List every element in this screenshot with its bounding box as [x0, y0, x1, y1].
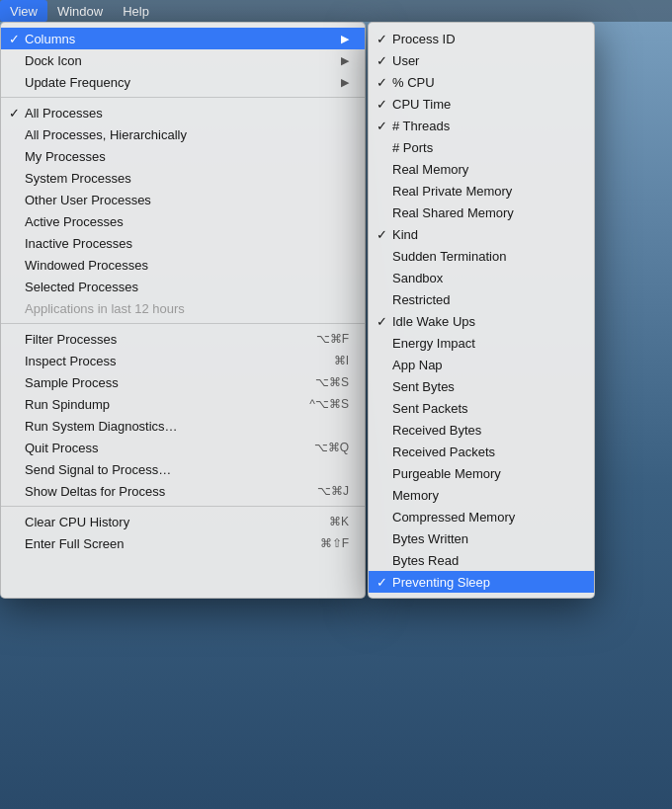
submenu-item-memory[interactable]: Memory: [369, 484, 594, 506]
menu-item-system-processes[interactable]: System Processes: [1, 167, 365, 189]
label-inactive: Inactive Processes: [25, 236, 349, 251]
menu-item-quit-process[interactable]: Quit Process ⌥⌘Q: [1, 437, 365, 458]
submenu-columns: ✓ Process ID ✓ User ✓ % CPU ✓ CPU Time ✓…: [368, 22, 595, 599]
separator-2: [1, 323, 365, 324]
shortcut-show-deltas: ⌥⌘J: [297, 484, 349, 498]
check-user: ✓: [377, 53, 392, 68]
submenu-item-cpu-time[interactable]: ✓ CPU Time: [369, 93, 594, 115]
submenu-item-energy-impact[interactable]: Energy Impact: [369, 332, 594, 354]
menubar-help[interactable]: Help: [113, 0, 159, 22]
menubar-window[interactable]: Window: [47, 0, 113, 22]
label-memory: Memory: [392, 488, 578, 503]
label-inspect: Inspect Process: [25, 354, 314, 368]
submenu-item-app-nap[interactable]: App Nap: [369, 354, 594, 375]
submenu-item-compressed-memory[interactable]: Compressed Memory: [369, 506, 594, 527]
menu-item-active[interactable]: Active Processes: [1, 210, 365, 232]
menu-item-all-processes-hier[interactable]: All Processes, Hierarchically: [1, 123, 365, 145]
submenu-item-received-packets[interactable]: Received Packets: [369, 441, 594, 462]
label-send-signal: Send Signal to Process…: [25, 462, 349, 477]
shortcut-fullscreen: ⌘⇧F: [300, 536, 349, 550]
submenu-item-pct-cpu[interactable]: ✓ % CPU: [369, 71, 594, 93]
label-columns: Columns: [25, 32, 341, 46]
label-sample: Sample Process: [25, 375, 295, 390]
label-show-deltas: Show Deltas for Process: [25, 484, 297, 499]
menu-item-other-user[interactable]: Other User Processes: [1, 189, 365, 210]
menubar-view[interactable]: View: [0, 0, 47, 22]
check-kind: ✓: [377, 227, 392, 242]
label-ports: # Ports: [392, 140, 578, 155]
submenu-item-idle-wake-ups[interactable]: ✓ Idle Wake Ups: [369, 310, 594, 332]
menu-item-selected[interactable]: Selected Processes: [1, 276, 365, 297]
label-sent-packets: Sent Packets: [392, 401, 578, 416]
menu-item-all-processes[interactable]: ✓ All Processes: [1, 102, 365, 123]
menu-item-inspect[interactable]: Inspect Process ⌘I: [1, 350, 365, 371]
submenu-item-sent-bytes[interactable]: Sent Bytes: [369, 375, 594, 397]
label-windowed: Windowed Processes: [25, 258, 349, 273]
submenu-item-received-bytes[interactable]: Received Bytes: [369, 419, 594, 441]
menu-item-clear-cpu[interactable]: Clear CPU History ⌘K: [1, 511, 365, 532]
shortcut-filter: ⌥⌘F: [296, 332, 349, 346]
menubar: View Window Help: [0, 0, 672, 22]
menu-item-columns[interactable]: ✓ Columns ▶: [1, 28, 365, 49]
separator-1: [1, 97, 365, 98]
menu-item-sample[interactable]: Sample Process ⌥⌘S: [1, 371, 365, 393]
menu-item-send-signal[interactable]: Send Signal to Process…: [1, 458, 365, 480]
menu-item-update-frequency[interactable]: Update Frequency ▶: [1, 71, 365, 93]
submenu-item-real-memory[interactable]: Real Memory: [369, 158, 594, 180]
menu-item-fullscreen[interactable]: Enter Full Screen ⌘⇧F: [1, 532, 365, 554]
menu-item-sys-diag[interactable]: Run System Diagnostics…: [1, 415, 365, 437]
label-sys-diag: Run System Diagnostics…: [25, 419, 349, 434]
submenu-item-real-private-memory[interactable]: Real Private Memory: [369, 180, 594, 202]
submenu-item-bytes-written[interactable]: Bytes Written: [369, 527, 594, 549]
submenu-item-ports[interactable]: # Ports: [369, 136, 594, 158]
help-label: Help: [123, 4, 149, 19]
check-all-processes: ✓: [9, 106, 25, 121]
menu-item-my-processes[interactable]: My Processes: [1, 145, 365, 167]
submenu-item-user[interactable]: ✓ User: [369, 49, 594, 71]
label-sent-bytes: Sent Bytes: [392, 379, 578, 394]
submenu-item-threads[interactable]: ✓ # Threads: [369, 115, 594, 136]
check-process-id: ✓: [377, 32, 392, 46]
submenu-item-process-id[interactable]: ✓ Process ID: [369, 28, 594, 49]
label-other-user: Other User Processes: [25, 193, 349, 207]
label-all-hier: All Processes, Hierarchically: [25, 127, 349, 142]
label-app-nap: App Nap: [392, 358, 578, 372]
submenu-item-real-shared-memory[interactable]: Real Shared Memory: [369, 202, 594, 223]
shortcut-clear-cpu: ⌘K: [309, 515, 349, 528]
submenu-item-bytes-read[interactable]: Bytes Read: [369, 549, 594, 571]
submenu-item-restricted[interactable]: Restricted: [369, 288, 594, 310]
menu-item-windowed[interactable]: Windowed Processes: [1, 254, 365, 276]
label-clear-cpu: Clear CPU History: [25, 515, 309, 529]
check-cpu-time: ✓: [377, 97, 392, 112]
label-pct-cpu: % CPU: [392, 75, 578, 90]
main-menu: ✓ Columns ▶ Dock Icon ▶ Update Frequency…: [0, 22, 366, 599]
submenu-item-sandbox[interactable]: Sandbox: [369, 267, 594, 288]
check-threads: ✓: [377, 119, 392, 133]
shortcut-spindump: ^⌥⌘S: [290, 397, 349, 411]
label-apps-12h: Applications in last 12 hours: [25, 301, 349, 316]
label-purgeable: Purgeable Memory: [392, 466, 578, 481]
menu-item-show-deltas[interactable]: Show Deltas for Process ⌥⌘J: [1, 480, 365, 502]
label-compressed: Compressed Memory: [392, 510, 578, 525]
label-all-processes: All Processes: [25, 106, 349, 121]
menu-item-spindump[interactable]: Run Spindump ^⌥⌘S: [1, 393, 365, 415]
label-fullscreen: Enter Full Screen: [25, 536, 300, 551]
submenu-item-purgeable-memory[interactable]: Purgeable Memory: [369, 462, 594, 484]
label-process-id: Process ID: [392, 32, 578, 46]
submenu-item-sudden-termination[interactable]: Sudden Termination: [369, 245, 594, 267]
check-pct-cpu: ✓: [377, 75, 392, 90]
label-my: My Processes: [25, 149, 349, 164]
menu-item-dock-icon[interactable]: Dock Icon ▶: [1, 49, 365, 71]
submenu-item-sent-packets[interactable]: Sent Packets: [369, 397, 594, 419]
submenu-item-preventing-sleep[interactable]: ✓ Preventing Sleep: [369, 571, 594, 593]
shortcut-quit-process: ⌥⌘Q: [294, 441, 349, 454]
label-cpu-time: CPU Time: [392, 97, 578, 112]
label-real-private: Real Private Memory: [392, 184, 578, 199]
label-threads: # Threads: [392, 119, 578, 133]
label-preventing-sleep: Preventing Sleep: [392, 575, 578, 590]
label-received-bytes: Received Bytes: [392, 423, 578, 438]
check-columns: ✓: [9, 32, 25, 46]
submenu-item-kind[interactable]: ✓ Kind: [369, 223, 594, 245]
menu-item-inactive[interactable]: Inactive Processes: [1, 232, 365, 254]
menu-item-filter[interactable]: Filter Processes ⌥⌘F: [1, 328, 365, 350]
